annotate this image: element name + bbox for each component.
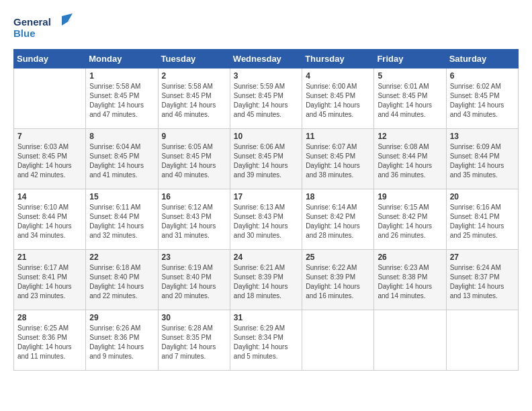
- header-day-tuesday: Tuesday: [158, 50, 230, 68]
- header-day-monday: Monday: [86, 50, 158, 68]
- day-number: 15: [89, 192, 154, 201]
- day-number: 8: [89, 132, 154, 141]
- calendar-cell: 1Sunrise: 5:58 AMSunset: 8:45 PMDaylight…: [86, 68, 158, 129]
- day-info: Sunrise: 6:16 AMSunset: 8:41 PMDaylight:…: [450, 203, 515, 240]
- day-number: 16: [162, 192, 226, 201]
- calendar-week-3: 14Sunrise: 6:10 AMSunset: 8:44 PMDayligh…: [14, 189, 519, 250]
- day-number: 11: [306, 132, 370, 141]
- day-info: Sunrise: 6:02 AMSunset: 8:45 PMDaylight:…: [450, 82, 515, 120]
- calendar-header: SundayMondayTuesdayWednesdayThursdayFrid…: [14, 50, 519, 68]
- header-row: SundayMondayTuesdayWednesdayThursdayFrid…: [14, 50, 519, 68]
- calendar-week-4: 21Sunrise: 6:17 AMSunset: 8:41 PMDayligh…: [14, 250, 519, 310]
- calendar-cell: 11Sunrise: 6:07 AMSunset: 8:45 PMDayligh…: [302, 129, 374, 189]
- day-number: 30: [162, 313, 226, 322]
- calendar-cell: 26Sunrise: 6:23 AMSunset: 8:38 PMDayligh…: [374, 250, 446, 310]
- day-info: Sunrise: 6:23 AMSunset: 8:38 PMDaylight:…: [378, 263, 442, 301]
- day-number: 25: [306, 253, 370, 262]
- day-number: 9: [162, 132, 226, 141]
- day-info: Sunrise: 6:08 AMSunset: 8:44 PMDaylight:…: [378, 142, 442, 180]
- calendar-table: SundayMondayTuesdayWednesdayThursdayFrid…: [13, 49, 519, 371]
- day-info: Sunrise: 6:00 AMSunset: 8:45 PMDaylight:…: [306, 82, 370, 120]
- day-number: 5: [378, 71, 442, 81]
- day-info: Sunrise: 6:07 AMSunset: 8:45 PMDaylight:…: [306, 142, 370, 180]
- day-number: 26: [378, 253, 442, 262]
- calendar-cell: 13Sunrise: 6:09 AMSunset: 8:44 PMDayligh…: [446, 129, 518, 189]
- day-info: Sunrise: 6:03 AMSunset: 8:45 PMDaylight:…: [17, 142, 82, 180]
- header-day-sunday: Sunday: [14, 50, 86, 68]
- calendar-cell: 17Sunrise: 6:13 AMSunset: 8:43 PMDayligh…: [230, 189, 302, 250]
- calendar-cell: [14, 68, 86, 129]
- calendar-cell: 3Sunrise: 5:59 AMSunset: 8:45 PMDaylight…: [230, 68, 302, 129]
- day-number: 21: [17, 253, 82, 262]
- day-number: 2: [162, 71, 226, 81]
- calendar-body: 1Sunrise: 5:58 AMSunset: 8:45 PMDaylight…: [14, 68, 519, 371]
- calendar-cell: [374, 310, 446, 371]
- day-info: Sunrise: 6:22 AMSunset: 8:39 PMDaylight:…: [306, 263, 370, 301]
- day-number: 18: [306, 192, 370, 201]
- day-info: Sunrise: 6:26 AMSunset: 8:36 PMDaylight:…: [89, 324, 154, 361]
- header-day-thursday: Thursday: [302, 50, 374, 68]
- day-number: 27: [450, 253, 515, 262]
- day-number: 19: [378, 192, 442, 201]
- day-number: 12: [378, 132, 442, 141]
- day-info: Sunrise: 6:21 AMSunset: 8:39 PMDaylight:…: [234, 263, 298, 301]
- day-info: Sunrise: 6:10 AMSunset: 8:44 PMDaylight:…: [17, 203, 82, 240]
- day-info: Sunrise: 6:09 AMSunset: 8:44 PMDaylight:…: [450, 142, 515, 180]
- day-info: Sunrise: 6:12 AMSunset: 8:43 PMDaylight:…: [162, 203, 226, 240]
- calendar-cell: 30Sunrise: 6:28 AMSunset: 8:35 PMDayligh…: [158, 310, 230, 371]
- calendar-cell: 2Sunrise: 5:58 AMSunset: 8:45 PMDaylight…: [158, 68, 230, 129]
- day-number: 6: [450, 71, 515, 81]
- day-number: 4: [306, 71, 370, 81]
- day-info: Sunrise: 6:06 AMSunset: 8:45 PMDaylight:…: [234, 142, 298, 180]
- day-number: 13: [450, 132, 515, 141]
- day-info: Sunrise: 6:05 AMSunset: 8:45 PMDaylight:…: [162, 142, 226, 180]
- calendar-cell: 25Sunrise: 6:22 AMSunset: 8:39 PMDayligh…: [302, 250, 374, 310]
- day-number: 28: [17, 313, 82, 322]
- logo: General Blue: [13, 13, 74, 44]
- day-number: 24: [234, 253, 298, 262]
- calendar-cell: 22Sunrise: 6:18 AMSunset: 8:40 PMDayligh…: [86, 250, 158, 310]
- day-info: Sunrise: 6:04 AMSunset: 8:45 PMDaylight:…: [89, 142, 154, 180]
- header-day-saturday: Saturday: [446, 50, 518, 68]
- day-info: Sunrise: 6:18 AMSunset: 8:40 PMDaylight:…: [89, 263, 154, 301]
- calendar-cell: 9Sunrise: 6:05 AMSunset: 8:45 PMDaylight…: [158, 129, 230, 189]
- calendar-cell: [302, 310, 374, 371]
- day-info: Sunrise: 6:24 AMSunset: 8:37 PMDaylight:…: [450, 263, 515, 301]
- calendar-cell: 21Sunrise: 6:17 AMSunset: 8:41 PMDayligh…: [14, 250, 86, 310]
- calendar-cell: [446, 310, 518, 371]
- calendar-cell: 6Sunrise: 6:02 AMSunset: 8:45 PMDaylight…: [446, 68, 518, 129]
- calendar-cell: 5Sunrise: 6:01 AMSunset: 8:45 PMDaylight…: [374, 68, 446, 129]
- day-number: 17: [234, 192, 298, 201]
- svg-text:General: General: [13, 16, 51, 28]
- calendar-week-5: 28Sunrise: 6:25 AMSunset: 8:36 PMDayligh…: [14, 310, 519, 371]
- day-info: Sunrise: 6:28 AMSunset: 8:35 PMDaylight:…: [162, 324, 226, 361]
- calendar-cell: 7Sunrise: 6:03 AMSunset: 8:45 PMDaylight…: [14, 129, 86, 189]
- day-info: Sunrise: 6:01 AMSunset: 8:45 PMDaylight:…: [378, 82, 442, 120]
- day-number: 14: [17, 192, 82, 201]
- calendar-cell: 19Sunrise: 6:15 AMSunset: 8:42 PMDayligh…: [374, 189, 446, 250]
- calendar-cell: 31Sunrise: 6:29 AMSunset: 8:34 PMDayligh…: [230, 310, 302, 371]
- day-info: Sunrise: 5:58 AMSunset: 8:45 PMDaylight:…: [89, 82, 154, 120]
- calendar-cell: 24Sunrise: 6:21 AMSunset: 8:39 PMDayligh…: [230, 250, 302, 310]
- svg-text:Blue: Blue: [13, 28, 36, 39]
- day-number: 23: [162, 253, 226, 262]
- header-day-friday: Friday: [374, 50, 446, 68]
- calendar-cell: 18Sunrise: 6:14 AMSunset: 8:42 PMDayligh…: [302, 189, 374, 250]
- calendar-cell: 27Sunrise: 6:24 AMSunset: 8:37 PMDayligh…: [446, 250, 518, 310]
- day-number: 31: [234, 313, 298, 322]
- day-info: Sunrise: 5:59 AMSunset: 8:45 PMDaylight:…: [234, 82, 298, 120]
- day-number: 22: [89, 253, 154, 262]
- day-info: Sunrise: 6:17 AMSunset: 8:41 PMDaylight:…: [17, 263, 82, 301]
- day-info: Sunrise: 6:14 AMSunset: 8:42 PMDaylight:…: [306, 203, 370, 240]
- day-info: Sunrise: 6:29 AMSunset: 8:34 PMDaylight:…: [234, 324, 298, 361]
- calendar-week-2: 7Sunrise: 6:03 AMSunset: 8:45 PMDaylight…: [14, 129, 519, 189]
- calendar-week-1: 1Sunrise: 5:58 AMSunset: 8:45 PMDaylight…: [14, 68, 519, 129]
- day-info: Sunrise: 6:19 AMSunset: 8:40 PMDaylight:…: [162, 263, 226, 301]
- day-number: 29: [89, 313, 154, 322]
- day-info: Sunrise: 5:58 AMSunset: 8:45 PMDaylight:…: [162, 82, 226, 120]
- day-info: Sunrise: 6:25 AMSunset: 8:36 PMDaylight:…: [17, 324, 82, 361]
- logo-icon: General Blue: [13, 13, 74, 44]
- day-number: 10: [234, 132, 298, 141]
- day-info: Sunrise: 6:13 AMSunset: 8:43 PMDaylight:…: [234, 203, 298, 240]
- header-day-wednesday: Wednesday: [230, 50, 302, 68]
